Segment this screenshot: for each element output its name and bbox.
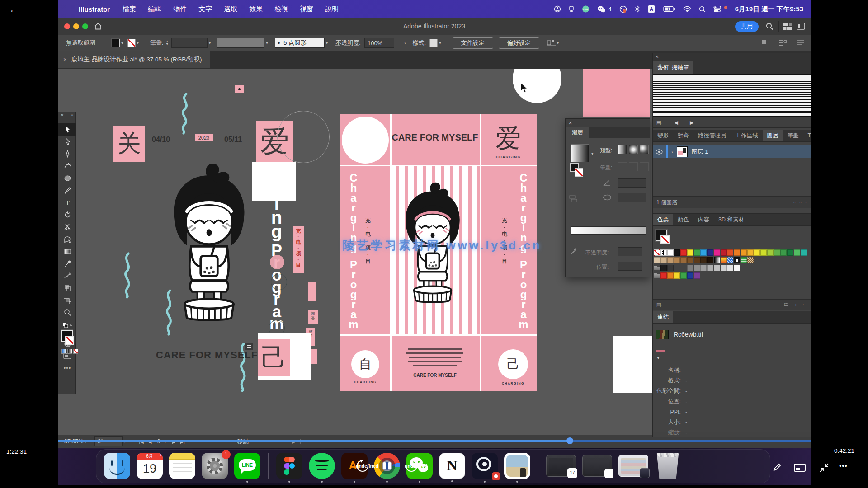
color-swatch[interactable] <box>680 272 687 279</box>
color-swatch[interactable] <box>700 265 707 271</box>
color-swatch[interactable] <box>700 257 707 263</box>
artboard-canvas[interactable]: 关 04/10 2023 05/11 爱 <box>58 69 652 435</box>
rotate-tool[interactable] <box>58 209 76 221</box>
list-icon[interactable] <box>797 39 804 46</box>
aspect-field[interactable] <box>618 193 646 202</box>
menu-item-選取[interactable]: 選取 <box>224 5 237 14</box>
close-panel-icon[interactable]: ✕ <box>61 113 64 119</box>
stroke-color-indicator[interactable] <box>65 336 74 345</box>
swap-fill-stroke-icon[interactable] <box>58 321 76 330</box>
gradient-tool[interactable] <box>58 245 76 258</box>
dock-item-spotify[interactable] <box>309 453 335 479</box>
layers-footer-icons[interactable]: ▫▫▫ <box>793 199 807 206</box>
input-method-status-icon[interactable] <box>569 5 574 13</box>
dock-item-finder[interactable] <box>104 453 130 479</box>
scissors-tool[interactable] <box>58 221 76 233</box>
color-swatch[interactable] <box>687 249 693 256</box>
color-swatch[interactable] <box>754 249 760 256</box>
battery-icon[interactable] <box>663 5 675 13</box>
color-swatch[interactable] <box>694 257 700 263</box>
player-pip-icon[interactable] <box>794 464 806 474</box>
pat-tex-swatch[interactable] <box>747 257 754 263</box>
browser-status-icon[interactable] <box>619 5 627 13</box>
menu-item-視窗[interactable]: 視窗 <box>300 5 313 14</box>
spotlight-search-icon[interactable] <box>699 5 706 13</box>
artwork-guan-box[interactable]: 关 <box>113 126 145 162</box>
layer-visibility-eye-icon[interactable] <box>656 149 663 155</box>
new-swatch-group-icon[interactable]: 🗀 <box>784 301 789 308</box>
layer-row[interactable]: › 图层 1 <box>653 145 811 158</box>
player-progress-bar[interactable] <box>58 440 811 442</box>
curvature-tool[interactable] <box>58 160 76 172</box>
color-swatch[interactable] <box>660 257 667 263</box>
grid-icon[interactable] <box>762 39 769 47</box>
color-swatch[interactable] <box>700 249 707 256</box>
panel-tab-路徑管理員[interactable]: 路徑管理員 <box>693 130 731 141</box>
chevron-right-icon[interactable]: › <box>404 40 406 46</box>
folder-swatch[interactable] <box>654 272 660 279</box>
pink-rectangle-shape[interactable] <box>583 69 650 117</box>
color-swatch[interactable] <box>694 272 700 279</box>
panel-tab-3D 和素材[interactable]: 3D 和素材 <box>714 214 749 225</box>
pen-tool[interactable] <box>58 148 76 160</box>
panel-tab-顏色[interactable]: 顏色 <box>673 214 693 225</box>
ime-capsule-icon[interactable]: A <box>647 5 656 13</box>
girl-illustration-bw[interactable] <box>156 161 262 323</box>
color-swatch[interactable] <box>674 249 680 256</box>
color-swatch[interactable] <box>707 249 713 256</box>
link-row[interactable]: Rc6ewb.tif <box>653 324 811 342</box>
variable-width-profile-dropdown[interactable] <box>217 38 264 48</box>
color-mode-buttons[interactable] <box>61 349 78 354</box>
menu-item-效果[interactable]: 效果 <box>249 5 263 14</box>
color-swatch[interactable] <box>774 249 780 256</box>
player-back-button[interactable]: ← <box>9 4 19 15</box>
expand-layer-icon[interactable]: › <box>671 149 673 155</box>
radial-gradient-button[interactable] <box>629 145 638 154</box>
player-pause-button[interactable] <box>379 458 395 474</box>
color-swatch[interactable] <box>767 249 774 256</box>
color-swatch[interactable] <box>760 249 767 256</box>
gradient-preview-thumbnail[interactable] <box>571 144 589 162</box>
layer-thumbnail[interactable] <box>677 146 688 157</box>
opacity-label[interactable]: 不透明度: <box>335 39 361 47</box>
none-swatch[interactable] <box>654 249 660 256</box>
previous-brush-icon[interactable]: ◀ <box>674 120 678 126</box>
gradient-panel-tab[interactable]: 漸層 <box>566 127 589 138</box>
style-swatch[interactable] <box>429 39 438 47</box>
obs-status-icon[interactable] <box>554 5 561 13</box>
color-swatch[interactable] <box>727 265 733 271</box>
blob-brush-tool[interactable] <box>58 270 76 282</box>
control-center-icon[interactable] <box>713 5 721 13</box>
brush-definition-dropdown[interactable]: • 5 点圆形 <box>275 38 325 48</box>
new-swatch-icon[interactable]: ＋ <box>793 301 798 308</box>
color-swatch[interactable] <box>707 265 713 271</box>
opacity-value-field[interactable]: 100% <box>364 38 394 48</box>
color-swatch[interactable] <box>687 272 693 279</box>
preferences-button[interactable]: 偏好設定 <box>499 37 539 49</box>
reg-swatch[interactable] <box>660 249 667 256</box>
panel-tab-色票[interactable]: 色票 <box>653 214 673 225</box>
link-filename[interactable]: Rc6ewb.tif <box>674 331 703 338</box>
dock-item-minwin1[interactable]: 17 <box>546 455 576 477</box>
color-swatch[interactable] <box>714 265 720 271</box>
swatch-libraries-icon[interactable]: ▤. <box>656 302 662 308</box>
artwork-ji-box[interactable]: 己 <box>258 339 290 376</box>
menu-bar-clock[interactable]: 6月19日 週一 下午9:53 <box>735 5 803 14</box>
menu-item-檔案[interactable]: 檔案 <box>123 5 136 14</box>
white-rectangle-shape[interactable] <box>613 336 652 393</box>
chevron-down-icon[interactable]: ▾ <box>557 41 559 45</box>
symbol-tool[interactable] <box>58 282 76 294</box>
zoom-tool[interactable] <box>58 306 76 319</box>
close-panel-icon[interactable]: ✕ <box>568 120 572 126</box>
stacking-icon[interactable] <box>779 39 787 47</box>
player-playhead[interactable] <box>566 437 573 444</box>
angle-field[interactable] <box>618 178 646 188</box>
panel-tab-圖層[interactable]: 圖層 <box>763 130 783 141</box>
color-swatch[interactable] <box>734 265 740 271</box>
chevron-down-icon[interactable]: ▾ <box>209 41 211 45</box>
dock-item-notes[interactable] <box>169 453 195 479</box>
document-setup-button[interactable]: 文件設定 <box>453 37 493 49</box>
color-swatch[interactable] <box>660 265 667 271</box>
color-swatch[interactable] <box>780 249 787 256</box>
player-more-icon[interactable]: ••• <box>839 462 848 469</box>
